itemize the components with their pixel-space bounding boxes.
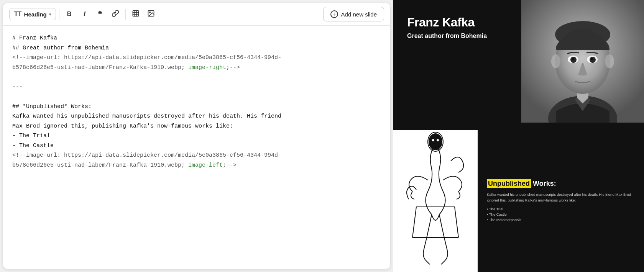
slide-2[interactable]: Unpublished Works: Kafka wanted his unpu…: [393, 130, 644, 272]
image-button[interactable]: [144, 7, 158, 21]
table-button[interactable]: [129, 7, 143, 21]
comment-close: ;-->: [226, 64, 240, 71]
svg-point-21: [555, 29, 610, 94]
add-slide-label: Add new slide: [341, 11, 377, 18]
svg-point-28: [429, 133, 442, 150]
slide-2-heading: Unpublished Works:: [487, 179, 635, 188]
editor-line-2: ## Great author from Bohemia: [12, 43, 381, 53]
toolbar-separator-1: [59, 9, 59, 20]
toolbar-separator-2: [125, 9, 126, 20]
editor-blank-2: [12, 92, 381, 102]
slide-1-subtitle: Great author from Bohemia: [407, 33, 508, 39]
list-item-3: The Metamorphosis: [487, 218, 635, 222]
link-button[interactable]: [108, 7, 122, 21]
svg-rect-0: [133, 10, 138, 16]
slides-panel: Franz Kafka Great author from Bohemia: [393, 0, 644, 272]
svg-point-6: [150, 11, 151, 12]
slide-1-content: Franz Kafka Great author from Bohemia: [393, 0, 521, 55]
comment-text-2: b578c66d26e5-usti-nad-labem/Franz-Kafka-…: [12, 64, 188, 71]
editor-panel: TT Heading ▾ B I ❝: [3, 3, 390, 269]
editor-line-10b: b578c66d26e5-usti-nad-labem/Franz-Kafka-…: [12, 161, 381, 170]
editor-line-9: - The Castle: [12, 141, 381, 151]
list-item-1: The Trial: [487, 207, 635, 211]
editor-line-3b: b578c66d26e5-usti-nad-labem/Franz-Kafka-…: [12, 63, 381, 73]
list-item-2: The Castle: [487, 212, 635, 216]
editor-line-5: ## *Unpublished* Works:: [12, 102, 381, 112]
editor-toolbar: TT Heading ▾ B I ❝: [3, 3, 390, 26]
editor-line-4: ---: [12, 82, 381, 92]
comment-close-2: ;-->: [223, 162, 237, 169]
svg-point-29: [432, 139, 434, 141]
table-icon: [132, 10, 140, 19]
image-directive-right: image-right: [188, 64, 226, 71]
editor-line-6: Kafka wanted his unpublished manuscripts…: [12, 111, 381, 121]
add-new-slide-button[interactable]: + Add new slide: [323, 7, 384, 21]
slide-1-title: Franz Kafka: [407, 15, 508, 29]
slide-1[interactable]: Franz Kafka Great author from Bohemia: [393, 0, 644, 130]
italic-button[interactable]: I: [78, 7, 92, 21]
slide-2-image: [393, 130, 478, 272]
slide-2-content: Unpublished Works: Kafka wanted his unpu…: [478, 130, 644, 272]
chevron-down-icon: ▾: [49, 12, 51, 16]
slide-2-list: The Trial The Castle The Metamorphosis: [487, 207, 635, 223]
image-directive-left: image-left: [188, 162, 223, 169]
slide-2-heading-normal: Works:: [533, 180, 556, 187]
bold-icon: B: [67, 10, 72, 18]
heading-label: Heading: [24, 11, 47, 18]
quote-button[interactable]: ❝: [93, 7, 107, 21]
editor-blank-1: [12, 72, 381, 82]
editor-line-1: # Franz Kafka: [12, 33, 381, 43]
italic-icon: I: [84, 10, 85, 18]
editor-line-7: Max Brod ignored this, publishing Kafka'…: [12, 121, 381, 131]
text-type-icon: TT: [14, 11, 22, 18]
slide-2-body: Kafka wanted his unpublished manuscripts…: [487, 192, 635, 203]
comment-text-4: b578c66d26e5-usti-nad-labem/Franz-Kafka-…: [12, 162, 188, 169]
image-icon: [147, 10, 155, 19]
plus-circle-icon: +: [330, 10, 338, 18]
slide-1-image: [521, 0, 644, 123]
comment-text-3: <!--image-url: https://api-data.slidepic…: [12, 152, 281, 159]
editor-line-10a: <!--image-url: https://api-data.slidepic…: [12, 151, 381, 161]
bold-button[interactable]: B: [62, 7, 76, 21]
svg-point-30: [437, 139, 439, 141]
toolbar-right-area: + Add new slide: [323, 7, 384, 21]
editor-line-8: - The Trial: [12, 131, 381, 141]
link-icon: [112, 10, 119, 19]
editor-line-3a: <!--image-url: https://api-data.slidepic…: [12, 53, 381, 63]
heading-dropdown-button[interactable]: TT Heading ▾: [9, 8, 56, 20]
comment-text: <!--image-url: https://api-data.slidepic…: [12, 54, 281, 61]
quote-icon: ❝: [98, 10, 102, 19]
editor-content[interactable]: # Franz Kafka ## Great author from Bohem…: [3, 26, 390, 269]
highlight-unpublished: Unpublished: [487, 179, 531, 188]
